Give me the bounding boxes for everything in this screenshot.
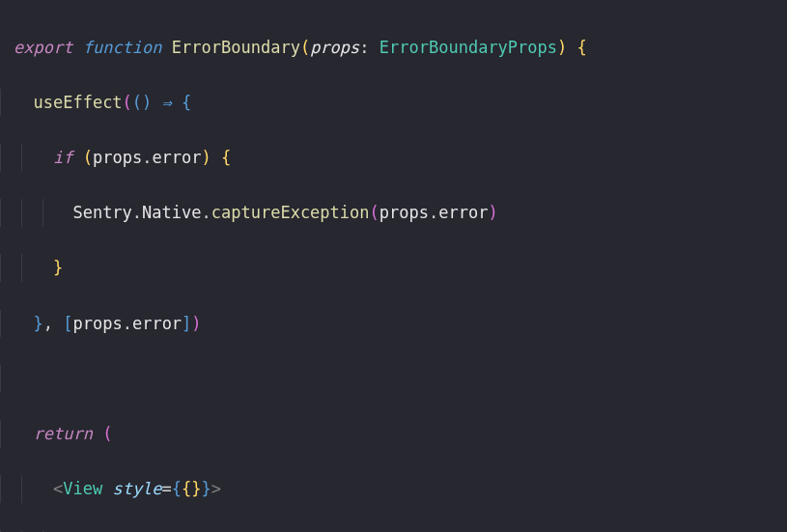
- code-line: }, [props.error]): [0, 310, 787, 338]
- paren-open: (: [83, 148, 93, 167]
- dot: .: [429, 203, 438, 222]
- property: error: [152, 148, 201, 167]
- dot: .: [123, 314, 132, 333]
- paren-close: ): [191, 314, 201, 333]
- paren-open: (: [102, 424, 112, 443]
- arrow: ⇒: [152, 93, 182, 112]
- keyword-if: if: [53, 148, 72, 167]
- paren-close: ): [557, 38, 567, 57]
- paren-close: ): [488, 203, 497, 222]
- brace-close: }: [202, 479, 211, 498]
- identifier: props: [379, 203, 429, 222]
- identifier: props: [93, 148, 142, 167]
- brace-close: }: [191, 479, 201, 498]
- dot: .: [142, 148, 152, 167]
- dot: .: [202, 203, 211, 222]
- comma: ,: [43, 314, 53, 333]
- code-line: }: [0, 254, 787, 282]
- keyword-export: export: [14, 38, 72, 57]
- tag-open: <: [53, 479, 63, 498]
- code-editor[interactable]: export function ErrorBoundary(props: Err…: [0, 6, 787, 532]
- code-line: useEffect(() ⇒ {: [0, 89, 787, 117]
- colon: :: [359, 38, 379, 57]
- paren-open: (: [132, 93, 142, 112]
- call: captureException: [211, 203, 370, 222]
- type: ErrorBoundaryProps: [379, 38, 557, 57]
- keyword-function: function: [83, 38, 162, 57]
- code-line: return (: [0, 420, 787, 448]
- brace-open: {: [221, 148, 231, 167]
- call: useEffect: [33, 93, 122, 112]
- code-line: Sentry.Native.captureException(props.err…: [0, 199, 787, 227]
- brace-open: {: [577, 38, 587, 57]
- bracket-close: ]: [182, 314, 191, 333]
- paren-open: (: [370, 203, 379, 222]
- code-line: export function ErrorBoundary(props: Err…: [0, 34, 787, 62]
- equals: =: [162, 479, 172, 498]
- identifier: props: [72, 314, 122, 333]
- tag-close: >: [211, 479, 221, 498]
- function-name: ErrorBoundary: [172, 38, 300, 57]
- jsx-tag: View: [63, 479, 102, 498]
- property: Native: [142, 203, 201, 222]
- paren-close: ): [202, 148, 211, 167]
- brace-close: }: [33, 314, 42, 333]
- keyword-return: return: [33, 424, 92, 443]
- property: error: [132, 314, 182, 333]
- brace-open: {: [182, 93, 191, 112]
- brace-open: {: [172, 479, 182, 498]
- identifier: Sentry: [72, 203, 131, 222]
- bracket-open: [: [63, 314, 72, 333]
- code-line: if (props.error) {: [0, 144, 787, 172]
- jsx-attr: style: [112, 479, 161, 498]
- paren-open: (: [123, 93, 132, 112]
- dot: .: [132, 203, 142, 222]
- paren-close: ): [142, 93, 152, 112]
- property: error: [438, 203, 488, 222]
- paren-open: (: [300, 38, 310, 57]
- param: props: [310, 38, 359, 57]
- brace-close: }: [53, 258, 63, 277]
- code-line: <View style={{}}>: [0, 475, 787, 503]
- code-line-blank: [0, 365, 787, 393]
- brace-open: {: [182, 479, 191, 498]
